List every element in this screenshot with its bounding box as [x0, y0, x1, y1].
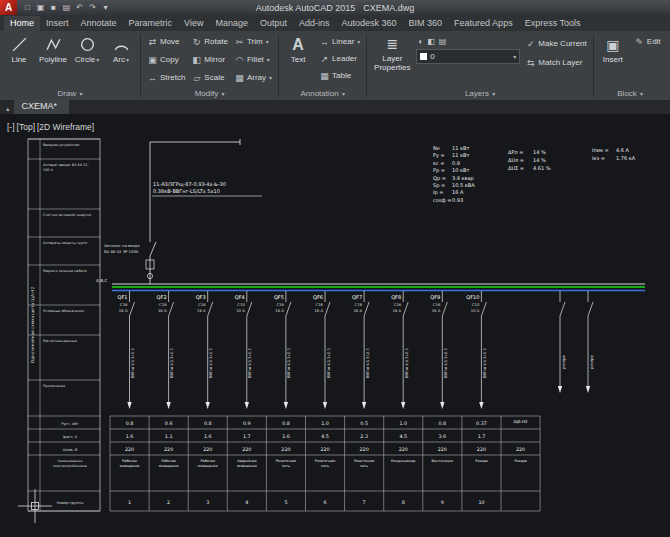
print-icon[interactable]: ▤ — [61, 3, 72, 12]
window-title: Autodesk AutoCAD 2015 CXEMA.dwg — [256, 3, 415, 13]
text-icon: A — [292, 35, 304, 54]
move-button[interactable]: ⇄Move — [144, 33, 188, 50]
table-cell: 6 — [324, 500, 327, 505]
calc-value: 10 кВт — [452, 167, 469, 173]
file-tab-menu-icon[interactable]: ▴ — [2, 105, 14, 114]
circle-button-label: Circle▾ — [75, 55, 99, 64]
table-cell: 220 — [438, 447, 447, 452]
legend-row-label: Аппарат ввода: ВА 88-32, — [43, 163, 88, 167]
table-cell: 0.5 — [360, 421, 368, 426]
cable-label: ВВГнг-LS 3х1.5 — [130, 348, 135, 378]
layer-freeze-icon[interactable]: ◧ — [427, 37, 435, 46]
panel-footer-layers[interactable]: Layers ▾ — [367, 87, 592, 100]
tab-annotate[interactable]: Annotate — [75, 16, 123, 31]
breaker-rating: 16 А — [393, 308, 402, 313]
viewport-visual-style-control[interactable]: [2D Wireframe] — [37, 122, 94, 132]
tab-featured-apps[interactable]: Featured Apps — [448, 16, 519, 31]
schematic-svg: Однолинейная схема щита ЩА-Н2 11-АЗ/ЗГРщ… — [0, 114, 670, 537]
mirror-button[interactable]: ◧Mirror — [188, 51, 231, 68]
panel-footer-modify[interactable]: Modify ▾ — [141, 87, 278, 100]
tab-insert[interactable]: Insert — [40, 16, 75, 31]
load-arrow — [440, 402, 444, 409]
tab-express-tools[interactable]: Express Tools — [519, 16, 587, 31]
breaker-label: QF7 — [352, 294, 362, 300]
tab-addins[interactable]: Add-ins — [293, 16, 336, 31]
edit-block-button[interactable]: ✎Edit — [631, 33, 664, 50]
tab-parametric[interactable]: Parametric — [123, 16, 179, 31]
qat-menu-icon[interactable]: ▾ — [100, 3, 111, 12]
fillet-button[interactable]: ◠Fillet▾ — [231, 51, 275, 68]
table-cell: 220 — [320, 447, 329, 452]
circle-button[interactable]: Circle▾ — [71, 33, 103, 87]
table-button[interactable]: ▦Table — [316, 67, 363, 84]
linear-dimension-button[interactable]: ↔Linear▾ — [316, 33, 363, 50]
spare-label: резерв — [561, 354, 566, 369]
layer-properties-button[interactable]: ≣ Layer Properties — [370, 33, 414, 87]
modify-button-grid: ⇄Move ↻Rotate ✂Trim▾ ▣Copy ◧Mirror ◠Fill… — [144, 33, 275, 87]
file-tab-cxema[interactable]: CXEMA* — [14, 100, 70, 114]
tab-autodesk360[interactable]: Autodesk 360 — [336, 16, 403, 31]
viewport-view-control[interactable]: [Top] — [17, 122, 35, 132]
table-cell: 1.0 — [399, 421, 407, 426]
layer-on-icon[interactable]: ◐ — [418, 37, 423, 46]
copy-button[interactable]: ▣Copy — [144, 51, 188, 68]
make-current-button[interactable]: ✓Make Current — [522, 35, 589, 52]
breaker-label: QF6 — [313, 294, 323, 300]
calc-value: 14 % — [533, 149, 546, 155]
table-cell: 220 — [360, 447, 369, 452]
autocad-logo[interactable]: A — [0, 0, 17, 15]
calc-value: 14 % — [533, 157, 546, 163]
calc-value: 1.76 кА — [616, 155, 636, 161]
leader-button[interactable]: ↗Leader — [316, 50, 363, 67]
panel-footer-annotation[interactable]: Annotation ▾ — [279, 87, 366, 100]
breaker-type: С16 — [394, 302, 402, 307]
tab-manage[interactable]: Manage — [209, 16, 254, 31]
table-cell: 220 — [203, 447, 212, 452]
table-cell: 220 — [516, 447, 525, 452]
redo-icon[interactable]: ↷ — [87, 3, 98, 12]
table-cell: освещение — [159, 464, 179, 468]
text-button[interactable]: A Text — [282, 33, 314, 87]
tab-view[interactable]: View — [178, 16, 209, 31]
feeder-cable-text: 11-АЗ/ЗГРщ-87-0.93-4х-Ь-30 — [153, 181, 226, 187]
rotate-button[interactable]: ↻Rotate — [188, 33, 231, 50]
new-icon[interactable]: □ — [22, 3, 33, 12]
open-icon[interactable]: ▣ — [35, 3, 46, 12]
undo-icon[interactable]: ↶ — [74, 3, 85, 12]
arc-button[interactable]: Arc▾ — [105, 33, 137, 87]
insert-button[interactable]: ▣ Insert — [597, 33, 629, 87]
layer-dropdown[interactable]: 0 ▾ — [416, 49, 520, 64]
drawing-area[interactable]: [-] [Top] [2D Wireframe] Однолинейная сх… — [0, 114, 670, 537]
breaker-rating: 10 А — [236, 308, 245, 313]
table-cell: Кондиционер — [391, 459, 415, 463]
tab-home[interactable]: Home — [4, 16, 40, 31]
scale-button[interactable]: ▱Scale — [188, 69, 231, 86]
calc-value: 3.9 квар — [452, 175, 474, 182]
main-breaker-symbol — [150, 242, 156, 256]
calc-label: Sр = — [433, 182, 445, 189]
breaker-label: QF3 — [196, 294, 206, 300]
stretch-button[interactable]: ↔Stretch — [144, 69, 188, 86]
table-cell: освещение — [198, 464, 218, 468]
layer-properties-label: Layer Properties — [370, 55, 414, 72]
viewport-collapse-control[interactable]: [-] — [7, 122, 15, 132]
table-cell: 2.3 — [360, 434, 368, 439]
table-cell: 0.8 — [439, 421, 447, 426]
panel-footer-block[interactable]: Block ▾ — [594, 87, 667, 100]
tab-bim360[interactable]: BIM 360 — [403, 16, 449, 31]
trim-button[interactable]: ✂Trim▾ — [231, 33, 275, 50]
polyline-button[interactable]: Polyline — [37, 33, 69, 87]
tab-output[interactable]: Output — [254, 16, 293, 31]
quick-access-toolbar: □ ▣ ■ ▤ ↶ ↷ ▾ — [22, 3, 111, 12]
array-button[interactable]: ▦Array▾ — [231, 69, 275, 86]
layer-dropdown-value: 0 — [430, 52, 434, 61]
text-button-label: Text — [291, 55, 306, 64]
panel-footer-draw[interactable]: Draw ▾ — [0, 87, 140, 100]
line-button[interactable]: Line — [3, 33, 35, 87]
save-icon[interactable]: ■ — [48, 3, 59, 12]
layer-lock-icon[interactable]: ▤ — [439, 37, 447, 46]
document-title: CXEMA.dwg — [363, 3, 414, 13]
match-layer-button[interactable]: ⇆Match Layer — [522, 54, 589, 71]
load-arrow — [323, 402, 327, 409]
table-cell: 220 — [125, 447, 134, 452]
